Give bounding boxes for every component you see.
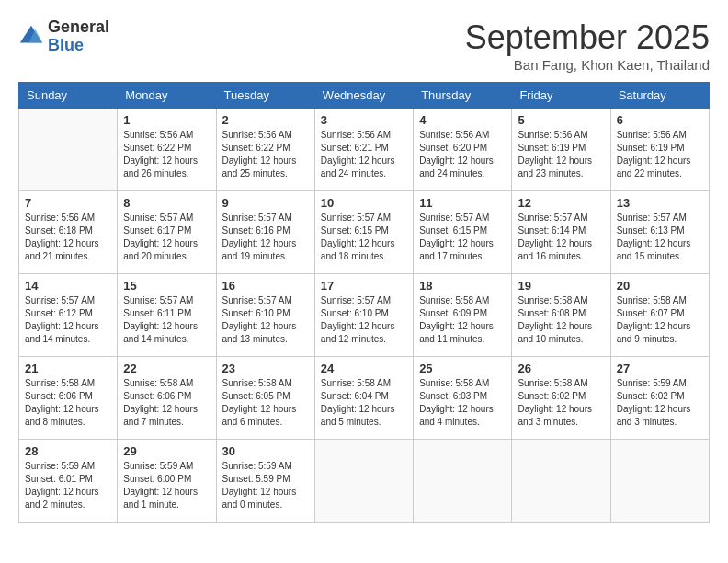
calendar-week-row: 14Sunrise: 5:57 AMSunset: 6:12 PMDayligh… xyxy=(19,274,710,357)
day-info: Sunrise: 5:58 AMSunset: 6:02 PMDaylight:… xyxy=(518,377,604,429)
calendar-cell: 10Sunrise: 5:57 AMSunset: 6:15 PMDayligh… xyxy=(314,191,413,274)
day-info: Sunrise: 5:58 AMSunset: 6:07 PMDaylight:… xyxy=(617,294,703,346)
calendar-cell: 11Sunrise: 5:57 AMSunset: 6:15 PMDayligh… xyxy=(414,191,512,274)
day-number: 9 xyxy=(222,196,309,210)
calendar-cell: 16Sunrise: 5:57 AMSunset: 6:10 PMDayligh… xyxy=(216,274,314,357)
day-number: 14 xyxy=(25,279,111,293)
day-number: 20 xyxy=(617,279,703,293)
day-info: Sunrise: 5:57 AMSunset: 6:16 PMDaylight:… xyxy=(222,212,309,263)
calendar-cell: 29Sunrise: 5:59 AMSunset: 6:00 PMDayligh… xyxy=(118,440,216,523)
calendar-cell: 15Sunrise: 5:57 AMSunset: 6:11 PMDayligh… xyxy=(118,274,216,357)
calendar-week-row: 7Sunrise: 5:56 AMSunset: 6:18 PMDaylight… xyxy=(19,191,710,274)
page-header: General Blue September 2025 Ban Fang, Kh… xyxy=(18,18,710,73)
calendar-cell: 14Sunrise: 5:57 AMSunset: 6:12 PMDayligh… xyxy=(19,274,118,357)
calendar-cell: 21Sunrise: 5:58 AMSunset: 6:06 PMDayligh… xyxy=(19,357,118,440)
title-block: September 2025 Ban Fang, Khon Kaen, Thai… xyxy=(465,18,710,73)
day-number: 25 xyxy=(419,362,506,375)
day-info: Sunrise: 5:58 AMSunset: 6:05 PMDaylight:… xyxy=(222,377,309,429)
day-number: 30 xyxy=(222,444,309,458)
calendar-cell: 27Sunrise: 5:59 AMSunset: 6:02 PMDayligh… xyxy=(610,357,709,440)
day-number: 29 xyxy=(123,444,210,458)
day-info: Sunrise: 5:59 AMSunset: 6:02 PMDaylight:… xyxy=(617,377,703,429)
day-info: Sunrise: 5:56 AMSunset: 6:19 PMDaylight:… xyxy=(518,129,604,180)
calendar-cell: 26Sunrise: 5:58 AMSunset: 6:02 PMDayligh… xyxy=(512,357,610,440)
day-info: Sunrise: 5:58 AMSunset: 6:09 PMDaylight:… xyxy=(419,294,506,346)
calendar-week-row: 28Sunrise: 5:59 AMSunset: 6:01 PMDayligh… xyxy=(19,440,710,523)
calendar-cell: 1Sunrise: 5:56 AMSunset: 6:22 PMDaylight… xyxy=(118,109,216,191)
day-info: Sunrise: 5:56 AMSunset: 6:19 PMDaylight:… xyxy=(617,129,703,180)
month-title: September 2025 xyxy=(465,18,710,57)
calendar-cell: 8Sunrise: 5:57 AMSunset: 6:17 PMDaylight… xyxy=(118,191,216,274)
calendar-header-row: SundayMondayTuesdayWednesdayThursdayFrid… xyxy=(19,83,710,109)
calendar-cell: 25Sunrise: 5:58 AMSunset: 6:03 PMDayligh… xyxy=(414,357,512,440)
calendar-cell: 7Sunrise: 5:56 AMSunset: 6:18 PMDaylight… xyxy=(19,191,118,274)
day-number: 27 xyxy=(617,362,703,375)
day-info: Sunrise: 5:57 AMSunset: 6:15 PMDaylight:… xyxy=(321,212,407,263)
calendar-cell: 24Sunrise: 5:58 AMSunset: 6:04 PMDayligh… xyxy=(314,357,413,440)
calendar-cell: 6Sunrise: 5:56 AMSunset: 6:19 PMDaylight… xyxy=(610,109,709,191)
calendar-cell: 4Sunrise: 5:56 AMSunset: 6:20 PMDaylight… xyxy=(414,109,512,191)
day-info: Sunrise: 5:58 AMSunset: 6:04 PMDaylight:… xyxy=(321,377,407,429)
day-number: 18 xyxy=(419,279,506,293)
calendar-table: SundayMondayTuesdayWednesdayThursdayFrid… xyxy=(18,82,710,523)
day-number: 7 xyxy=(25,196,111,210)
logo: General Blue xyxy=(18,18,109,55)
day-info: Sunrise: 5:57 AMSunset: 6:11 PMDaylight:… xyxy=(123,294,210,346)
calendar-cell: 2Sunrise: 5:56 AMSunset: 6:22 PMDaylight… xyxy=(216,109,314,191)
day-number: 21 xyxy=(25,362,111,375)
day-number: 3 xyxy=(321,113,407,127)
day-info: Sunrise: 5:58 AMSunset: 6:08 PMDaylight:… xyxy=(518,294,604,346)
day-number: 13 xyxy=(617,196,703,210)
day-info: Sunrise: 5:57 AMSunset: 6:12 PMDaylight:… xyxy=(25,294,111,346)
logo-general: General xyxy=(48,18,109,37)
calendar-cell: 19Sunrise: 5:58 AMSunset: 6:08 PMDayligh… xyxy=(512,274,610,357)
day-number: 28 xyxy=(25,444,111,458)
day-info: Sunrise: 5:56 AMSunset: 6:22 PMDaylight:… xyxy=(222,129,309,180)
weekday-header-saturday: Saturday xyxy=(610,83,709,109)
calendar-cell xyxy=(414,440,512,523)
day-info: Sunrise: 5:59 AMSunset: 6:00 PMDaylight:… xyxy=(123,460,210,511)
calendar-cell xyxy=(610,440,709,523)
day-info: Sunrise: 5:57 AMSunset: 6:13 PMDaylight:… xyxy=(617,212,703,263)
location-subtitle: Ban Fang, Khon Kaen, Thailand xyxy=(465,57,710,73)
day-number: 10 xyxy=(321,196,407,210)
day-number: 8 xyxy=(123,196,210,210)
day-info: Sunrise: 5:58 AMSunset: 6:03 PMDaylight:… xyxy=(419,377,506,429)
calendar-cell: 9Sunrise: 5:57 AMSunset: 6:16 PMDaylight… xyxy=(216,191,314,274)
calendar-cell xyxy=(314,440,413,523)
calendar-cell: 13Sunrise: 5:57 AMSunset: 6:13 PMDayligh… xyxy=(610,191,709,274)
day-info: Sunrise: 5:56 AMSunset: 6:18 PMDaylight:… xyxy=(25,212,111,263)
day-number: 15 xyxy=(123,279,210,293)
weekday-header-monday: Monday xyxy=(118,83,216,109)
day-info: Sunrise: 5:58 AMSunset: 6:06 PMDaylight:… xyxy=(25,377,111,429)
calendar-cell: 20Sunrise: 5:58 AMSunset: 6:07 PMDayligh… xyxy=(610,274,709,357)
day-info: Sunrise: 5:59 AMSunset: 5:59 PMDaylight:… xyxy=(222,460,309,511)
day-info: Sunrise: 5:59 AMSunset: 6:01 PMDaylight:… xyxy=(25,460,111,511)
logo-icon xyxy=(18,24,44,50)
calendar-cell: 30Sunrise: 5:59 AMSunset: 5:59 PMDayligh… xyxy=(216,440,314,523)
day-info: Sunrise: 5:56 AMSunset: 6:22 PMDaylight:… xyxy=(123,129,210,180)
logo-text: General Blue xyxy=(48,18,109,55)
day-info: Sunrise: 5:57 AMSunset: 6:14 PMDaylight:… xyxy=(518,212,604,263)
day-info: Sunrise: 5:57 AMSunset: 6:15 PMDaylight:… xyxy=(419,212,506,263)
day-info: Sunrise: 5:57 AMSunset: 6:10 PMDaylight:… xyxy=(321,294,407,346)
day-info: Sunrise: 5:58 AMSunset: 6:06 PMDaylight:… xyxy=(123,377,210,429)
day-number: 4 xyxy=(419,113,506,127)
day-number: 23 xyxy=(222,362,309,375)
weekday-header-tuesday: Tuesday xyxy=(216,83,314,109)
calendar-cell: 5Sunrise: 5:56 AMSunset: 6:19 PMDaylight… xyxy=(512,109,610,191)
calendar-cell: 12Sunrise: 5:57 AMSunset: 6:14 PMDayligh… xyxy=(512,191,610,274)
calendar-week-row: 21Sunrise: 5:58 AMSunset: 6:06 PMDayligh… xyxy=(19,357,710,440)
day-number: 12 xyxy=(518,196,604,210)
weekday-header-sunday: Sunday xyxy=(19,83,118,109)
day-number: 22 xyxy=(123,362,210,375)
day-info: Sunrise: 5:57 AMSunset: 6:10 PMDaylight:… xyxy=(222,294,309,346)
day-number: 11 xyxy=(419,196,506,210)
day-number: 5 xyxy=(518,113,604,127)
day-number: 26 xyxy=(518,362,604,375)
day-info: Sunrise: 5:56 AMSunset: 6:20 PMDaylight:… xyxy=(419,129,506,180)
calendar-cell: 23Sunrise: 5:58 AMSunset: 6:05 PMDayligh… xyxy=(216,357,314,440)
calendar-week-row: 1Sunrise: 5:56 AMSunset: 6:22 PMDaylight… xyxy=(19,109,710,191)
calendar-cell xyxy=(19,109,118,191)
calendar-cell: 17Sunrise: 5:57 AMSunset: 6:10 PMDayligh… xyxy=(314,274,413,357)
